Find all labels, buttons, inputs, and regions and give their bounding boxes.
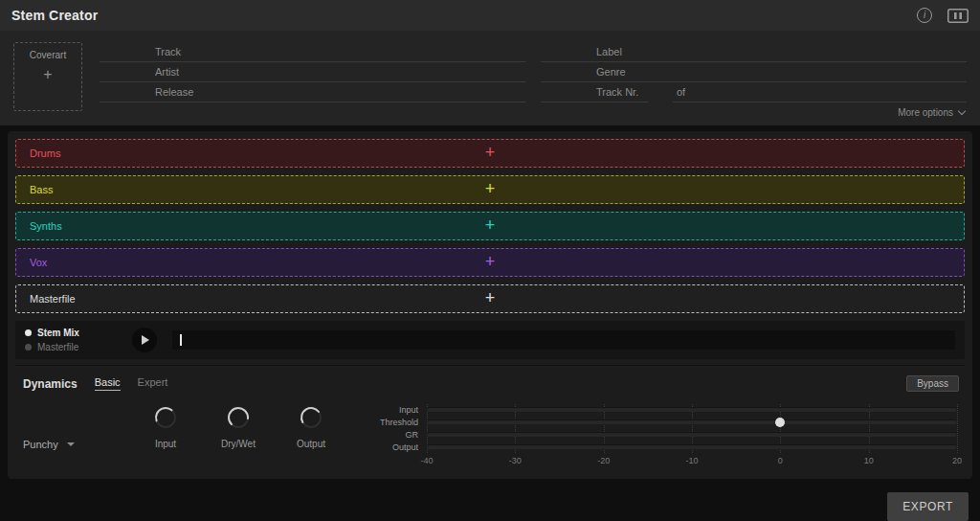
stem-label: Bass <box>30 184 53 195</box>
threshold-slider-track[interactable] <box>427 419 957 424</box>
chevron-down-icon <box>67 442 75 446</box>
scale-label: 0 <box>778 456 783 465</box>
preset-dropdown[interactable]: Punchy <box>23 417 136 471</box>
playhead[interactable] <box>180 334 182 346</box>
scale-label: 10 <box>864 456 874 465</box>
export-button[interactable]: EXPORT <box>887 492 969 521</box>
add-stem-icon[interactable]: + <box>485 143 496 163</box>
output-meter-track[interactable] <box>427 444 957 449</box>
bypass-button[interactable]: Bypass <box>906 375 959 392</box>
meter-label-input: Input <box>368 403 427 416</box>
stem-row-masterfile[interactable]: Masterfile + <box>15 284 965 313</box>
preset-label: Punchy <box>23 439 58 450</box>
meter-scale: -40-30-20-1001020 <box>427 456 957 467</box>
track-nr-field[interactable]: Track Nr. <box>541 82 648 102</box>
track-number-group: Track Nr. of <box>541 82 967 102</box>
playback-source-radios: Stem Mix Masterfile <box>25 327 128 354</box>
genre-label: Genre <box>596 66 626 78</box>
radio-stem-mix[interactable]: Stem Mix <box>25 327 128 340</box>
radio-label: Masterfile <box>37 342 78 352</box>
scale-label: -10 <box>685 456 698 465</box>
scale-label: -40 <box>420 456 433 465</box>
input-meter-track[interactable] <box>427 407 957 412</box>
play-icon <box>142 335 149 345</box>
stem-creator-app: Stem Creator i Coverart + Track Label <box>0 0 980 521</box>
knob-label: Output <box>297 439 325 449</box>
stem-row-drums[interactable]: Drums + <box>15 139 965 168</box>
add-stem-icon[interactable]: + <box>485 215 496 236</box>
coverart-label: Coverart <box>30 50 66 60</box>
coverart-add-icon: + <box>43 66 52 83</box>
track-of-field[interactable]: of <box>673 82 967 102</box>
dynamics-section: Dynamics Basic Expert Bypass Punchy <box>15 365 965 471</box>
metadata-row: Artist Genre <box>100 62 967 82</box>
threshold-handle[interactable] <box>775 418 785 427</box>
coverart-dropzone[interactable]: Coverart + <box>13 42 82 111</box>
artist-field[interactable]: Artist <box>100 62 525 82</box>
label-field[interactable]: Label <box>541 42 967 62</box>
metadata-row: Track Label <box>100 42 967 62</box>
chevron-down-icon <box>958 106 966 114</box>
meter-row <box>427 403 957 416</box>
play-button[interactable] <box>132 328 157 352</box>
tab-basic[interactable]: Basic <box>95 376 121 391</box>
track-field[interactable]: Track <box>100 42 525 62</box>
add-stem-icon[interactable]: + <box>485 179 496 199</box>
main-panel: Drums + Bass + Synths + Vox + Masterfile… <box>8 131 972 479</box>
app-title: Stem Creator <box>11 8 98 23</box>
meter-row <box>427 416 957 428</box>
radio-dot <box>25 329 32 336</box>
label-label: Label <box>596 46 622 57</box>
more-options-label: More options <box>898 107 953 118</box>
player-bar: Stem Mix Masterfile <box>15 321 965 359</box>
stem-row-vox[interactable]: Vox + <box>15 248 965 277</box>
knob-icon <box>151 403 180 432</box>
artist-label: Artist <box>155 66 179 78</box>
meter-area: -40-30-20-1001020 <box>427 403 957 471</box>
footer-bar: EXPORT <box>0 479 980 521</box>
ni-logo-icon <box>947 9 969 23</box>
gr-meter-track[interactable] <box>427 432 957 437</box>
metadata-section: Coverart + Track Label Artist Genre <box>0 31 980 125</box>
stem-row-synths[interactable]: Synths + <box>15 212 965 240</box>
dry-wet-knob[interactable]: Dry/Wet <box>214 403 262 449</box>
stem-label: Masterfile <box>30 293 76 305</box>
info-icon[interactable]: i <box>917 8 932 23</box>
add-stem-icon[interactable]: + <box>485 252 496 272</box>
meter-labels: Input Threshold GR Output <box>368 403 427 471</box>
metadata-fields: Track Label Artist Genre Release <box>100 42 967 122</box>
add-stem-icon[interactable]: + <box>485 288 496 308</box>
header-bar: Stem Creator i <box>0 0 980 31</box>
stem-label: Vox <box>30 257 47 268</box>
meter-tick-line <box>957 404 958 453</box>
radio-label: Stem Mix <box>37 328 79 338</box>
stem-label: Drums <box>30 147 60 159</box>
knob-label: Dry/Wet <box>221 439 256 449</box>
metadata-row: Release Track Nr. of <box>100 82 967 102</box>
scale-label: -30 <box>509 456 522 465</box>
more-options-link[interactable]: More options <box>100 102 967 122</box>
genre-field[interactable]: Genre <box>541 62 967 82</box>
stem-label: Synths <box>30 220 62 232</box>
meter-group: Input Threshold GR Output <box>368 403 957 471</box>
output-knob[interactable]: Output <box>287 403 335 449</box>
meter-row <box>427 428 957 441</box>
knob-icon <box>297 403 325 432</box>
dynamics-title: Dynamics <box>23 377 78 391</box>
tab-expert[interactable]: Expert <box>138 376 168 391</box>
radio-masterfile[interactable]: Masterfile <box>25 341 128 354</box>
meter-row <box>427 441 957 453</box>
scale-label: 20 <box>952 456 962 465</box>
radio-dot <box>25 344 32 351</box>
release-field[interactable]: Release <box>100 82 525 102</box>
track-label: Track <box>155 46 181 57</box>
header-icons: i <box>917 8 969 23</box>
stem-row-bass[interactable]: Bass + <box>15 175 965 204</box>
input-knob[interactable]: Input <box>142 403 189 449</box>
dynamics-body: Punchy Input <box>15 394 965 471</box>
release-label: Release <box>155 86 193 98</box>
meter-label-gr: GR <box>368 428 427 441</box>
knob-label: Input <box>155 439 176 449</box>
meter-label-output: Output <box>368 441 427 453</box>
timeline[interactable] <box>172 330 955 350</box>
